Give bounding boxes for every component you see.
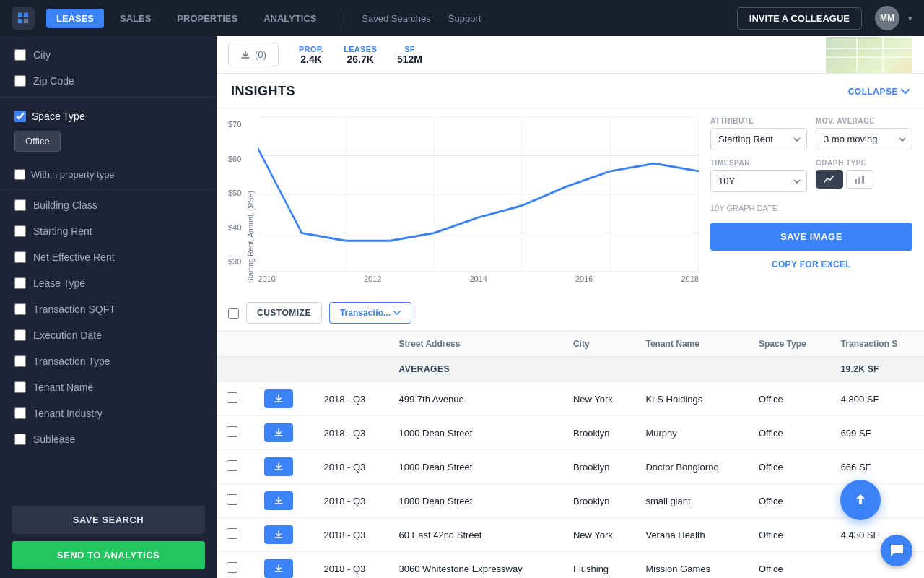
nav-tab-analytics[interactable]: ANALYTICS — [253, 9, 326, 28]
line-chart-button[interactable] — [816, 170, 843, 189]
row5-tenant: Verana Health — [635, 518, 749, 552]
space-type-checkbox[interactable] — [14, 111, 26, 122]
download-count: (0) — [255, 49, 266, 60]
row3-download-button[interactable] — [264, 457, 293, 476]
row4-download-button[interactable] — [264, 491, 293, 510]
collapse-icon — [901, 89, 910, 95]
transaction-button[interactable]: Transactio... — [329, 302, 411, 324]
sidebar-item-lease-type[interactable]: Lease Type — [0, 270, 217, 296]
sidebar: City Zip Code Space Type Office Within p… — [0, 36, 217, 578]
y-label-30: $30 — [228, 257, 241, 266]
transaction-sqft-label: Transaction SQFT — [33, 303, 116, 315]
sidebar-item-tenant-industry[interactable]: Tenant Industry — [0, 400, 217, 426]
save-search-button[interactable]: SAVE SEARCH — [12, 506, 205, 534]
nav-divider — [341, 8, 341, 28]
sidebar-item-transaction-type[interactable]: Transaction Type — [0, 348, 217, 374]
sidebar-item-transaction-sqft[interactable]: Transaction SQFT — [0, 296, 217, 322]
send-to-analytics-button[interactable]: SEND TO ANALYTICS — [12, 541, 205, 569]
customize-button[interactable]: CUSTOMIZE — [246, 302, 322, 324]
stat-leases-value: 26.7K — [346, 53, 373, 65]
sidebar-item-starting-rent[interactable]: Starting Rent — [0, 218, 217, 244]
fab-upload-button[interactable] — [840, 480, 881, 520]
row2-download-button[interactable] — [264, 423, 293, 442]
sublease-checkbox[interactable] — [14, 434, 26, 445]
within-property-type[interactable]: Within property type — [0, 163, 217, 186]
sidebar-item-net-effective-rent[interactable]: Net Effective Rent — [0, 244, 217, 270]
row3-date: 2018 - Q3 — [313, 450, 388, 484]
transaction-sqft-checkbox[interactable] — [14, 303, 26, 315]
within-property-checkbox[interactable] — [14, 169, 25, 180]
sidebar-item-sublease[interactable]: Sublease — [0, 426, 217, 452]
sidebar-item-city[interactable]: City — [0, 42, 217, 68]
city-checkbox[interactable] — [14, 49, 26, 61]
row6-checkbox[interactable] — [227, 562, 237, 573]
net-effective-rent-checkbox[interactable] — [14, 251, 26, 263]
row1-checkbox-cell — [217, 382, 254, 416]
attribute-select[interactable]: Starting Rent — [710, 128, 807, 150]
sidebar-item-tenant-name[interactable]: Tenant Name — [0, 374, 217, 400]
chat-bubble-button[interactable] — [881, 535, 912, 566]
averages-label-cell: AVERAGES — [388, 357, 748, 382]
mov-avg-control: MOV. AVERAGE 3 mo moving — [816, 117, 912, 150]
zip-checkbox[interactable] — [14, 75, 26, 87]
starting-rent-checkbox[interactable] — [14, 225, 26, 237]
range-row: 10Y GRAPH DATE — [710, 201, 912, 214]
row1-download-button[interactable] — [264, 389, 293, 408]
lease-type-checkbox[interactable] — [14, 277, 26, 289]
map-thumbnail[interactable] — [826, 37, 912, 73]
graph-type-control: GRAPH TYPE — [816, 159, 912, 192]
tenant-industry-label: Tenant Industry — [33, 407, 103, 419]
th-date — [313, 332, 388, 357]
timespan-select[interactable]: 10Y — [710, 170, 807, 192]
chart-area: $70 $60 $50 $40 $30 Starting Rent, Annua… — [228, 117, 699, 283]
nav-tab-leases[interactable]: LEASES — [46, 9, 104, 28]
y-axis-label: Starting Rent, Annual, ($/SF) — [247, 191, 255, 283]
tenant-name-checkbox[interactable] — [14, 381, 26, 393]
row2-city: Brooklyn — [563, 416, 635, 450]
row4-checkbox[interactable] — [227, 494, 237, 505]
nav-support[interactable]: Support — [443, 9, 487, 28]
space-type-label: Space Type — [32, 111, 85, 122]
sidebar-item-execution-date[interactable]: Execution Date — [0, 322, 217, 348]
top-navigation: LEASES SALES PROPERTIES ANALYTICS Saved … — [0, 0, 924, 36]
row2-download-cell — [254, 416, 313, 450]
bar-chart-button[interactable] — [846, 170, 873, 189]
sidebar-item-building-class[interactable]: Building Class — [0, 192, 217, 218]
row6-download-cell — [254, 552, 313, 579]
building-class-checkbox[interactable] — [14, 199, 26, 211]
copy-excel-link[interactable]: COPY FOR EXCEL — [710, 259, 912, 269]
invite-colleague-button[interactable]: INVITE A COLLEAGUE — [737, 7, 862, 30]
row5-download-button[interactable] — [264, 525, 293, 544]
save-image-button[interactable]: SAVE IMAGE — [710, 223, 912, 251]
row1-checkbox[interactable] — [227, 392, 237, 403]
row2-checkbox[interactable] — [227, 426, 237, 437]
execution-date-checkbox[interactable] — [14, 329, 26, 341]
insights-title: INSIGHTS — [231, 84, 295, 99]
transaction-type-label: Transaction Type — [33, 355, 110, 367]
nav-tab-sales[interactable]: SALES — [110, 9, 161, 28]
th-tenant: Tenant Name — [635, 332, 749, 357]
graph-type-buttons — [816, 170, 912, 189]
x-label-2010: 2010 — [258, 275, 275, 283]
mov-avg-select[interactable]: 3 mo moving — [816, 128, 912, 150]
row2-address: 1000 Dean Street — [388, 416, 562, 450]
space-type-office-tag[interactable]: Office — [14, 131, 61, 152]
chat-icon — [889, 543, 905, 558]
row5-checkbox-cell — [217, 518, 254, 552]
download-button[interactable]: (0) — [228, 43, 279, 66]
sidebar-item-zip[interactable]: Zip Code — [0, 68, 217, 94]
avatar-chevron-icon[interactable]: ▾ — [908, 14, 912, 23]
row6-download-button[interactable] — [264, 559, 293, 578]
line-chart-icon — [824, 175, 835, 184]
row1-date: 2018 - Q3 — [313, 382, 388, 416]
select-all-checkbox[interactable] — [228, 308, 239, 319]
collapse-button[interactable]: COLLAPSE — [848, 87, 910, 97]
stat-sf-label: SF — [404, 45, 415, 53]
transaction-type-checkbox[interactable] — [14, 355, 26, 367]
row5-checkbox[interactable] — [227, 528, 237, 539]
tenant-industry-checkbox[interactable] — [14, 407, 26, 419]
nav-tab-properties[interactable]: PROPERTIES — [167, 9, 248, 28]
nav-saved-searches[interactable]: Saved Searches — [356, 9, 436, 28]
row3-checkbox[interactable] — [227, 460, 237, 471]
row6-space-type: Office — [749, 552, 831, 579]
